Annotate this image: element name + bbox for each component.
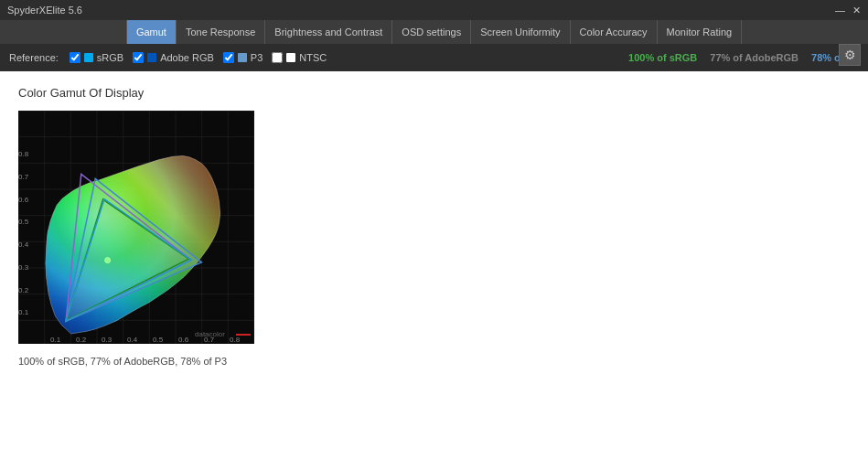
tab-tone-response[interactable]: Tone Response — [177, 20, 265, 44]
tab-brightness-contrast[interactable]: Brightness and Contrast — [265, 20, 392, 44]
adobe-stat: 77% of AdobeRGB — [710, 52, 798, 63]
ref-color-ntsc — [286, 53, 295, 62]
chart-container — [18, 111, 254, 344]
srgb-stat: 100% of sRGB — [628, 52, 697, 63]
tab-monitor-rating[interactable]: Monitor Rating — [658, 20, 743, 44]
tab-screen-uniformity[interactable]: Screen Uniformity — [471, 20, 570, 44]
ref-checkbox-srgb[interactable] — [70, 52, 80, 63]
gamut-chart — [18, 111, 254, 344]
ref-item-p3: P3 — [223, 52, 263, 63]
reference-items: sRGBAdobe RGBP3NTSC — [70, 52, 327, 63]
ref-color-srgb — [84, 53, 93, 62]
tab-osd-settings[interactable]: OSD settings — [392, 20, 471, 44]
ref-checkbox-ntsc[interactable] — [272, 52, 283, 63]
ref-color-adobe-rgb — [147, 53, 156, 62]
reference-stats: 100% of sRGB77% of AdobeRGB78% of P3 — [628, 52, 859, 63]
tab-gamut[interactable]: Gamut — [126, 20, 177, 44]
ref-item-ntsc: NTSC — [272, 52, 327, 63]
settings-button[interactable]: ⚙ — [839, 44, 861, 66]
minimize-button[interactable]: — — [835, 5, 845, 16]
title-bar: SpyderXElite 5.6 — ✕ — [0, 0, 868, 20]
ref-item-adobe-rgb: Adobe RGB — [133, 52, 214, 63]
settings-area: ⚙ — [839, 44, 861, 66]
ref-checkbox-p3[interactable] — [223, 52, 234, 63]
ref-label-ntsc: NTSC — [299, 52, 327, 63]
ref-label-adobe-rgb: Adobe RGB — [160, 52, 214, 63]
ref-item-srgb: sRGB — [70, 52, 123, 63]
title-bar-controls: — ✕ — [835, 5, 861, 16]
ref-color-p3 — [238, 53, 247, 62]
tab-color-accuracy[interactable]: Color Accuracy — [571, 20, 658, 44]
nav-tabs: GamutTone ResponseBrightness and Contras… — [0, 20, 868, 44]
reference-label: Reference: — [9, 52, 59, 63]
title-bar-text: SpyderXElite 5.6 — [7, 5, 82, 16]
reference-bar: Reference: sRGBAdobe RGBP3NTSC 100% of s… — [0, 44, 868, 71]
page-title: Color Gamut Of Display — [18, 86, 850, 100]
main-content: Color Gamut Of Display 100% of sRGB, 77%… — [0, 71, 868, 381]
close-button[interactable]: ✕ — [852, 5, 861, 16]
ref-label-p3: P3 — [251, 52, 263, 63]
ref-checkbox-adobe-rgb[interactable] — [133, 52, 144, 63]
ref-label-srgb: sRGB — [97, 52, 123, 63]
chart-description: 100% of sRGB, 77% of AdobeRGB, 78% of P3 — [18, 356, 850, 367]
